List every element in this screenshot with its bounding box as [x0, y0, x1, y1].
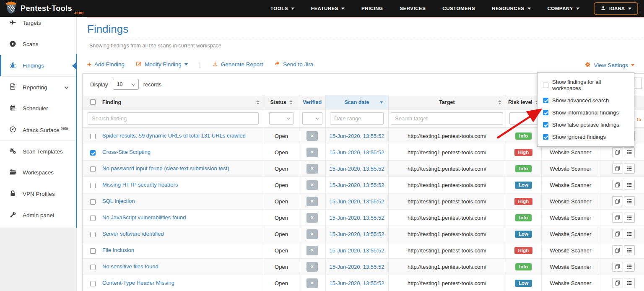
menu-checkbox[interactable]	[543, 134, 548, 140]
verified-toggle-button[interactable]: ×	[306, 197, 318, 206]
verified-toggle-button[interactable]: ×	[306, 246, 318, 255]
scan-date-link[interactable]: 15-Jun-2020, 13:55:52	[330, 280, 384, 286]
brand-logo[interactable]: Pentest-Tools .com	[5, 1, 83, 16]
column-header-target[interactable]: Target	[388, 95, 506, 109]
view-settings-button[interactable]: View Settings	[585, 62, 634, 69]
row-checkbox[interactable]	[90, 183, 96, 188]
sidebar-item-admin-panel[interactable]: Admin panel	[0, 205, 76, 226]
row-checkbox[interactable]	[90, 265, 96, 270]
details-button[interactable]	[624, 164, 635, 174]
verified-filter-select[interactable]	[302, 112, 322, 125]
sidebar-item-findings[interactable]: Findings	[0, 55, 76, 76]
scan-date-link[interactable]: 15-Jun-2020, 13:55:52	[330, 149, 384, 156]
scan-date-link[interactable]: 15-Jun-2020, 13:55:52	[330, 264, 384, 270]
finding-link[interactable]: No password input found (clear-text subm…	[102, 165, 229, 171]
row-checkbox[interactable]	[90, 248, 96, 254]
nav-item-resources[interactable]: RESOURCES	[492, 6, 530, 11]
copy-button[interactable]	[612, 229, 623, 239]
nav-item-features[interactable]: FEATURES	[311, 6, 345, 11]
finding-link[interactable]: File Inclusion	[102, 247, 134, 253]
menu-checkbox[interactable]	[543, 110, 548, 115]
row-checkbox[interactable]	[90, 150, 96, 156]
copy-button[interactable]	[612, 196, 623, 206]
copy-button[interactable]	[612, 147, 623, 157]
status-filter-select[interactable]	[269, 112, 293, 125]
details-button[interactable]	[624, 196, 635, 206]
risk-filter-select[interactable]	[509, 112, 538, 125]
modify-finding-button[interactable]: Modify Finding	[136, 61, 188, 68]
copy-button[interactable]	[612, 213, 623, 223]
copy-button[interactable]	[612, 245, 623, 255]
column-header-finding[interactable]: Finding	[83, 95, 264, 109]
sidebar-item-vpn-profiles[interactable]: VPN Profiles	[0, 183, 76, 205]
verified-toggle-button[interactable]: ×	[306, 229, 318, 239]
row-checkbox[interactable]	[90, 134, 96, 139]
details-button[interactable]	[624, 278, 635, 288]
finding-link[interactable]: No JavaScript vulnerabilities found	[102, 214, 186, 221]
details-button[interactable]	[624, 180, 635, 190]
row-checkbox[interactable]	[90, 199, 96, 205]
row-checkbox[interactable]	[90, 166, 96, 172]
nav-item-company[interactable]: COMPANY	[548, 6, 579, 11]
search-finding-input[interactable]	[88, 112, 259, 125]
nav-item-customers[interactable]: CUSTOMERS	[442, 6, 475, 11]
sidebar-item-attack-surface[interactable]: Attack Surfacebeta	[0, 119, 76, 140]
nav-item-pricing[interactable]: PRICING	[361, 6, 383, 11]
finding-link[interactable]: Spider results: 59 dynamic URLs of total…	[102, 133, 246, 139]
verified-toggle-button[interactable]: ×	[306, 180, 318, 190]
row-checkbox[interactable]	[90, 281, 96, 286]
copy-button[interactable]	[612, 164, 623, 174]
sidebar-item-workspaces[interactable]: Workspaces	[0, 162, 76, 183]
finding-link[interactable]: Server software identified	[102, 231, 164, 237]
menu-item-show-findings-for-all-workspaces[interactable]: Show findings for all workspaces	[538, 76, 634, 94]
sidebar-item-scan-templates[interactable]: Scan Templates	[0, 140, 76, 162]
finding-link[interactable]: Cross-Site Scripting	[102, 149, 151, 155]
details-button[interactable]	[624, 213, 635, 223]
add-finding-button[interactable]: + Add Finding	[87, 61, 125, 68]
details-button[interactable]	[624, 262, 635, 272]
generate-report-button[interactable]: Generate Report	[212, 61, 263, 68]
sidebar-item-reporting[interactable]: WReporting	[0, 76, 76, 98]
sort-icon[interactable]	[256, 100, 260, 104]
nav-item-services[interactable]: SERVICES	[400, 6, 426, 11]
copy-button[interactable]	[612, 262, 623, 272]
finding-link[interactable]: Missing HTTP security headers	[102, 182, 178, 188]
finding-link[interactable]: No sensitive files found	[102, 263, 158, 270]
records-per-page-select[interactable]: 10	[113, 79, 139, 90]
details-button[interactable]	[624, 245, 635, 255]
verified-toggle-button[interactable]: ×	[306, 131, 318, 141]
scan-date-link[interactable]: 15-Jun-2020, 13:55:52	[330, 231, 384, 237]
send-to-jira-button[interactable]: Send to Jira	[274, 61, 313, 68]
partial-link-fragment[interactable]: rs	[637, 116, 641, 122]
scan-date-link[interactable]: 15-Jun-2020, 13:55:52	[330, 166, 384, 172]
menu-checkbox[interactable]	[543, 98, 548, 103]
nav-item-tools[interactable]: TOOLS	[270, 6, 294, 11]
copy-button[interactable]	[612, 278, 623, 288]
row-checkbox[interactable]	[90, 216, 96, 221]
sort-icon[interactable]	[289, 100, 293, 104]
verified-toggle-button[interactable]: ×	[306, 278, 318, 288]
copy-button[interactable]	[612, 180, 623, 190]
menu-item-show-ignored-findings[interactable]: Show ignored findings	[538, 131, 634, 143]
menu-checkbox[interactable]	[543, 122, 548, 127]
scan-date-link[interactable]: 15-Jun-2020, 13:55:52	[330, 215, 384, 221]
scan-date-link[interactable]: 15-Jun-2020, 13:55:52	[330, 182, 384, 188]
verified-toggle-button[interactable]: ×	[306, 148, 318, 157]
scan-date-link[interactable]: 15-Jun-2020, 13:55:52	[330, 198, 384, 205]
sort-icon[interactable]	[498, 100, 501, 104]
date-range-input[interactable]	[330, 112, 384, 125]
verified-toggle-button[interactable]: ×	[306, 164, 318, 174]
details-button[interactable]	[624, 229, 635, 239]
user-menu-button[interactable]: IOANA	[594, 2, 638, 15]
column-header-risk-level[interactable]: Risk level	[506, 95, 541, 109]
menu-item-show-false-positive-findings[interactable]: Show false positive findings	[538, 119, 634, 131]
verified-toggle-button[interactable]: ×	[306, 213, 318, 223]
column-header-verified[interactable]: Verified	[299, 95, 325, 109]
search-target-input[interactable]	[391, 112, 503, 125]
verified-toggle-button[interactable]: ×	[306, 262, 318, 272]
column-header-scan-date[interactable]: Scan date	[325, 95, 388, 109]
menu-item-show-informational-findings[interactable]: Show informational findings	[538, 107, 634, 119]
finding-link[interactable]: Content-Type Header Missing	[102, 280, 174, 286]
row-checkbox[interactable]	[90, 232, 96, 237]
sidebar-item-scans[interactable]: Scans	[0, 34, 76, 55]
